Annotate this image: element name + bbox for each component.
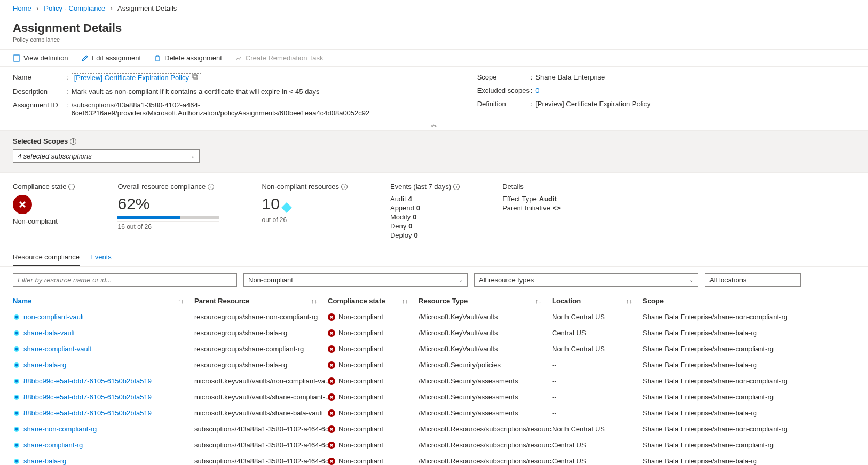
resource-icon [13,313,20,321]
compliance-state-block: Compliance statei Non-compliant [13,183,75,240]
non-compliant-icon [328,313,335,321]
selected-scopes-label: Selected Scopes i [13,137,76,145]
page-title: Assignment Details [13,21,855,35]
cell-location: Central US [552,455,643,465]
compliance-state-value: Non-compliant [13,217,75,225]
cell-type: /Microsoft.Resources/subscriptions/resou… [419,455,552,465]
non-compliant-block: Non-compliant resourcesi 10 out of 26 [262,183,348,240]
svg-rect-0 [14,55,19,61]
resource-table: Name↑↓ Parent Resource↑↓ Compliance stat… [0,293,868,465]
overall-compliance-block: Overall resource compliancei 62% 16 out … [117,183,219,240]
delete-assignment-button[interactable]: Delete assignment [154,54,222,62]
resource-link[interactable]: 88bbc99c-e5af-ddd7-6105-6150b2bfa519 [23,393,152,401]
filter-input[interactable] [13,273,237,287]
th-name-label: Name [13,297,31,305]
breadcrumb-home[interactable]: Home [13,4,31,12]
table-row[interactable]: shane-bala-rgsubscriptions/4f3a88a1-3580… [13,453,855,465]
collapse-handle[interactable]: ︽ [0,119,868,130]
copy-icon[interactable] [192,74,199,82]
table-row[interactable]: shane-compliant-vaultresourcegroups/shan… [13,341,855,357]
resource-link[interactable]: 88bbc99c-e5af-ddd7-6105-6150b2bfa519 [23,409,152,417]
cell-name: 88bbc99c-e5af-ddd7-6105-6150b2bfa519 [13,391,194,403]
toolbar: View definition Edit assignment Delete a… [0,50,868,67]
event-key: Audit [390,195,406,203]
view-definition-button[interactable]: View definition [13,54,68,62]
tab-resource-compliance[interactable]: Resource compliance [13,249,80,266]
resource-link[interactable]: shane-bala-vault [23,329,75,337]
view-definition-label: View definition [23,54,68,62]
cell-parent: microsoft.keyvault/vaults/shane-bala-vau… [194,407,328,419]
info-icon[interactable]: i [453,184,460,190]
cell-state: Non-compliant [328,391,419,403]
resource-link[interactable]: shane-bala-rg [23,361,66,369]
table-row[interactable]: non-compliant-vaultresourcegroups/shane-… [13,309,855,325]
sort-icon: ↑↓ [402,298,414,304]
th-location-label: Location [552,297,581,305]
resource-link[interactable]: shane-compliant-vault [23,345,91,353]
cell-location: North Central US [552,423,643,435]
cell-name: 88bbc99c-e5af-ddd7-6105-6150b2bfa519 [13,407,194,419]
resource-link[interactable]: 88bbc99c-e5af-ddd7-6105-6150b2bfa519 [23,377,152,385]
th-location[interactable]: Location↑↓ [552,295,643,307]
prop-name-value[interactable]: [Preview] Certificate Expiration Policy [72,73,201,82]
cell-type: /Microsoft.KeyVault/vaults [419,327,552,339]
cell-parent: subscriptions/4f3a88a1-3580-4102-a464-6c… [194,423,328,435]
resource-link[interactable]: shane-non-compliant-rg [23,425,97,433]
non-compliant-icon [13,195,32,214]
cell-location: Central US [552,327,643,339]
breadcrumb-policy[interactable]: Policy - Compliance [44,4,105,12]
non-compliant-icon [328,458,335,465]
resource-icon [13,409,20,417]
cell-location: -- [552,359,643,371]
filters-row: Non-compliant⌄ All resource types⌄ All l… [0,267,868,293]
prop-def-label: Definition [477,100,531,108]
cell-location: North Central US [552,343,643,355]
location-filter-dropdown[interactable]: All locations [705,273,801,287]
tabs: Resource compliance Events [0,249,868,267]
cell-location: Central US [552,439,643,451]
info-icon[interactable]: i [70,138,76,145]
event-key: Modify [390,213,411,221]
chevron-down-icon: ⌄ [191,153,195,159]
th-state[interactable]: Compliance state↑↓ [328,295,419,307]
edit-assignment-label: Edit assignment [92,54,141,62]
info-icon[interactable]: i [208,184,214,190]
state-text: Non-compliant [338,425,383,433]
th-type[interactable]: Resource Type↑↓ [419,295,552,307]
prop-excluded-value[interactable]: 0 [535,86,539,94]
cell-scope: Shane Bala Enterprise/shane-bala-rg [643,359,855,371]
selected-scopes-dropdown[interactable]: 4 selected subscriptions ⌄ [13,149,200,163]
state-text: Non-compliant [338,409,383,417]
info-icon[interactable]: i [341,184,348,190]
resource-link[interactable]: shane-bala-rg [23,457,66,465]
table-row[interactable]: shane-non-compliant-rgsubscriptions/4f3a… [13,421,855,437]
cell-scope: Shane Bala Enterprise/shane-non-complian… [643,423,855,435]
svg-point-16 [15,412,18,414]
non-compliant-label: Non-compliant resources [262,183,339,191]
cell-location: North Central US [552,311,643,323]
events-label: Events (last 7 days) [390,183,451,191]
state-text: Non-compliant [338,313,383,321]
th-parent[interactable]: Parent Resource↑↓ [194,295,328,307]
resource-link[interactable]: shane-compliant-rg [23,441,83,449]
table-row[interactable]: 88bbc99c-e5af-ddd7-6105-6150b2bfa519micr… [13,405,855,421]
cell-parent: subscriptions/4f3a88a1-3580-4102-a464-6c… [194,439,328,451]
svg-point-4 [15,316,18,318]
table-header-row: Name↑↓ Parent Resource↑↓ Compliance stat… [13,293,855,309]
edit-assignment-button[interactable]: Edit assignment [81,54,141,62]
resource-icon [13,425,20,433]
table-row[interactable]: shane-bala-vaultresourcegroups/shane-bal… [13,325,855,341]
svg-rect-2 [193,74,196,78]
resource-type-filter-dropdown[interactable]: All resource types⌄ [474,273,698,287]
th-name[interactable]: Name↑↓ [13,295,194,307]
non-compliant-icon [328,377,335,385]
resource-link[interactable]: non-compliant-vault [23,313,84,321]
info-icon[interactable]: i [68,184,75,190]
table-row[interactable]: 88bbc99c-e5af-ddd7-6105-6150b2bfa519micr… [13,389,855,405]
table-row[interactable]: 88bbc99c-e5af-ddd7-6105-6150b2bfa519micr… [13,373,855,389]
tab-events[interactable]: Events [90,249,112,266]
table-row[interactable]: shane-bala-rgresourcegroups/shane-bala-r… [13,357,855,373]
compliance-filter-dropdown[interactable]: Non-compliant⌄ [243,273,468,287]
table-row[interactable]: shane-compliant-rgsubscriptions/4f3a88a1… [13,437,855,453]
cell-name: shane-non-compliant-rg [13,423,194,435]
